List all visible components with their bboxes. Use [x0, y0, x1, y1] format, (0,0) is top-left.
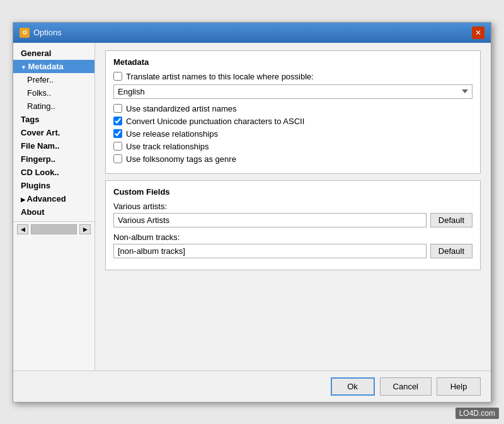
dialog-title: Options: [33, 28, 62, 37]
options-dialog: ⚙ Options ✕ General Metadata Prefer.. Fo…: [13, 22, 491, 403]
folksonomy-tags-label[interactable]: Use folksonomy tags as genre: [126, 154, 236, 164]
track-relationships-row: Use track relationships: [113, 142, 472, 151]
app-icon: ⚙: [20, 28, 30, 38]
release-relationships-label[interactable]: Use release relationships: [126, 129, 218, 139]
translate-artist-label[interactable]: Translate artist names to this locale wh…: [126, 72, 314, 81]
translate-artist-row: Translate artist names to this locale wh…: [113, 72, 472, 81]
non-album-tracks-row: Non-album tracks: Default: [113, 232, 472, 258]
sidebar-item-advanced[interactable]: Advanced: [13, 192, 94, 205]
track-relationships-checkbox[interactable]: [113, 142, 122, 151]
non-album-tracks-label: Non-album tracks:: [113, 232, 472, 242]
sidebar-item-about[interactable]: About: [13, 205, 94, 219]
convert-unicode-row: Convert Unicode punctuation characters t…: [113, 117, 472, 126]
cancel-button[interactable]: Cancel: [380, 377, 432, 396]
title-bar-left: ⚙ Options: [20, 28, 62, 38]
sidebar-item-plugins[interactable]: Plugins: [13, 179, 94, 192]
convert-unicode-label[interactable]: Convert Unicode punctuation characters t…: [126, 117, 304, 126]
metadata-section-title: Metadata: [113, 57, 472, 67]
sidebar-scrollbar: ◀ ▶: [13, 221, 94, 237]
sidebar-item-preferences[interactable]: Prefer..: [13, 73, 94, 86]
various-artists-input-row: Default: [113, 213, 472, 227]
translate-artist-checkbox[interactable]: [113, 72, 122, 81]
dialog-body: General Metadata Prefer.. Folks.. Rating…: [13, 43, 491, 370]
sidebar-item-metadata[interactable]: Metadata: [13, 60, 94, 73]
various-artists-label: Various artists:: [113, 202, 472, 211]
standardized-artist-row: Use standardized artist names: [113, 104, 472, 113]
release-relationships-checkbox[interactable]: [113, 129, 122, 138]
main-content: Metadata Translate artist names to this …: [95, 43, 491, 370]
watermark: LO4D.com: [455, 408, 499, 419]
track-relationships-label[interactable]: Use track relationships: [126, 142, 209, 151]
sidebar-item-ratings[interactable]: Rating..: [13, 100, 94, 113]
help-button[interactable]: Help: [437, 377, 481, 396]
scroll-thumb[interactable]: [31, 224, 77, 234]
release-relationships-row: Use release relationships: [113, 129, 472, 139]
various-artists-default-button[interactable]: Default: [430, 213, 472, 227]
locale-dropdown-row: English French German Spanish: [113, 84, 472, 99]
various-artists-row: Various artists: Default: [113, 202, 472, 227]
scroll-right-button[interactable]: ▶: [79, 224, 91, 234]
ok-button[interactable]: Ok: [331, 377, 375, 396]
folksonomy-tags-row: Use folksonomy tags as genre: [113, 154, 472, 164]
non-album-tracks-input[interactable]: [113, 244, 427, 258]
standardized-artist-label[interactable]: Use standardized artist names: [126, 104, 237, 113]
sidebar-nav: General Metadata Prefer.. Folks.. Rating…: [13, 43, 95, 370]
dialog-footer: Ok Cancel Help: [13, 370, 491, 402]
close-button[interactable]: ✕: [472, 26, 484, 39]
locale-select[interactable]: English French German Spanish: [113, 84, 472, 99]
scroll-left-button[interactable]: ◀: [17, 224, 28, 234]
sidebar-item-fingerprint[interactable]: Fingerp..: [13, 152, 94, 166]
convert-unicode-checkbox[interactable]: [113, 117, 122, 125]
non-album-tracks-input-row: Default: [113, 244, 472, 258]
title-bar: ⚙ Options ✕: [13, 23, 491, 43]
sidebar-item-coverart[interactable]: Cover Art.: [13, 126, 94, 139]
sidebar-item-cdlookup[interactable]: CD Look..: [13, 166, 94, 179]
sidebar-item-folksonomy[interactable]: Folks..: [13, 86, 94, 100]
non-album-tracks-default-button[interactable]: Default: [430, 244, 472, 258]
standardized-artist-checkbox[interactable]: [113, 104, 122, 113]
various-artists-input[interactable]: [113, 213, 427, 227]
sidebar-item-general[interactable]: General: [13, 47, 94, 60]
custom-fields-title: Custom Fields: [113, 187, 472, 197]
sidebar-item-filename[interactable]: File Nam..: [13, 139, 94, 152]
custom-fields-section: Custom Fields Various artists: Default N…: [105, 180, 481, 270]
folksonomy-tags-checkbox[interactable]: [113, 154, 122, 163]
sidebar-item-tags[interactable]: Tags: [13, 113, 94, 126]
metadata-section: Metadata Translate artist names to this …: [105, 50, 481, 174]
